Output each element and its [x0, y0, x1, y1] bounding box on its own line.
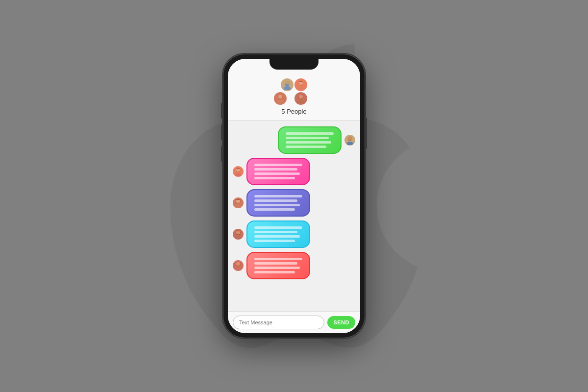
bubble-line: [254, 271, 295, 273]
bubble-line: [254, 267, 300, 269]
message-input[interactable]: [233, 316, 324, 329]
iphone-notch: [270, 59, 318, 70]
iphone-frame: 5 People: [223, 54, 365, 338]
bubble-line: [254, 258, 302, 260]
avatar-4: [294, 92, 307, 105]
chat-area[interactable]: [228, 121, 360, 311]
message-row: [233, 126, 355, 154]
avatar-1: [281, 78, 294, 91]
group-title: 5 People: [281, 108, 306, 115]
message-row: [233, 158, 355, 185]
message-avatar-4: [233, 229, 244, 240]
bubble-line: [254, 262, 297, 265]
bubble-line: [254, 168, 297, 171]
message-bubble-cyan: [246, 220, 310, 248]
svg-point-15: [348, 137, 352, 141]
message-bubble-green: [278, 126, 342, 154]
bubble-line: [254, 164, 302, 166]
svg-point-26: [235, 267, 242, 270]
message-row: [233, 189, 355, 217]
bubble-line: [254, 235, 300, 238]
svg-point-11: [297, 100, 304, 103]
bubble-line: [254, 204, 300, 206]
svg-point-23: [235, 236, 242, 239]
bubble-line: [286, 146, 326, 148]
avatar-2: [294, 78, 307, 91]
message-avatar-5: [233, 260, 244, 271]
send-button[interactable]: SEND: [327, 316, 355, 329]
message-avatar-2: [233, 166, 244, 177]
svg-point-12: [299, 95, 303, 99]
bubble-line: [254, 172, 300, 175]
svg-point-9: [278, 95, 282, 99]
message-avatar-1: [344, 135, 355, 146]
svg-point-1: [284, 86, 291, 90]
message-avatar-3: [233, 197, 244, 208]
bubble-line: [254, 208, 295, 211]
svg-rect-3: [285, 84, 289, 86]
iphone-screen: 5 People: [228, 59, 360, 333]
svg-point-20: [235, 204, 242, 208]
message-row: [233, 220, 355, 248]
avatar-3: [274, 92, 287, 105]
message-bubble-red: [246, 252, 310, 279]
svg-point-17: [235, 173, 242, 176]
chat-input-area: SEND: [228, 311, 360, 333]
message-bubble-pink: [246, 158, 310, 185]
svg-point-14: [347, 142, 353, 145]
svg-point-21: [236, 199, 240, 203]
bubble-line: [254, 226, 302, 229]
bubble-line: [254, 231, 297, 233]
svg-point-5: [297, 86, 304, 90]
bubble-line: [254, 177, 295, 179]
bubble-line: [254, 199, 297, 202]
message-row: [233, 252, 355, 279]
bubble-line: [286, 137, 329, 139]
bubble-line: [254, 195, 302, 197]
bubble-line: [254, 240, 295, 242]
message-bubble-purple: [246, 189, 310, 217]
bubble-line: [286, 141, 331, 144]
svg-point-27: [236, 262, 240, 266]
group-avatars: [274, 78, 314, 105]
bubble-line: [286, 132, 334, 135]
svg-point-8: [277, 100, 284, 103]
